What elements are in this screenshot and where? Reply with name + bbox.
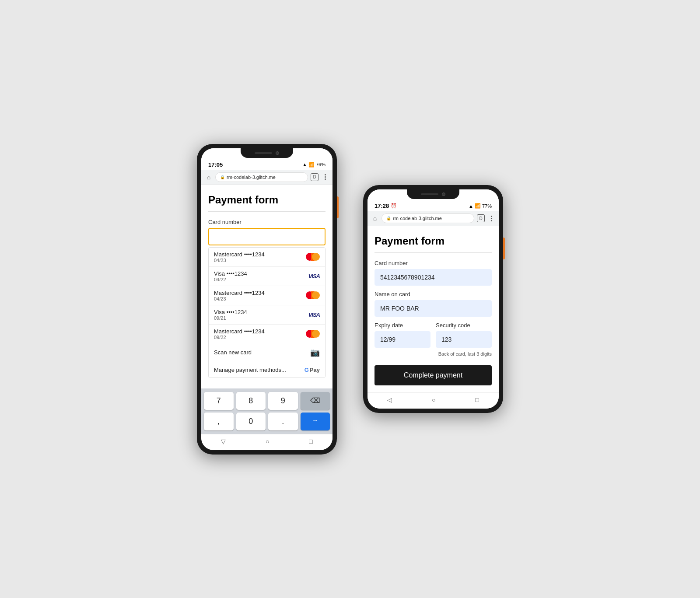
- signal-icon: ▲: [302, 162, 307, 167]
- wifi-icon: 📶: [308, 162, 315, 168]
- left-keyboard: 7 8 9 ⌫ , 0 . →: [201, 388, 332, 434]
- saved-card-item-4[interactable]: Mastercard ••••123409/22: [209, 325, 325, 343]
- right-nav-back-icon[interactable]: ◁: [387, 396, 392, 403]
- scan-label: Scan new card: [214, 349, 252, 356]
- key-8[interactable]: 8: [236, 392, 266, 410]
- left-browser-bar: ⌂ 🔒 rm-codelab-3.glitch.me D: [201, 170, 332, 185]
- expiry-security-row: Expiry date 12/99 Security code 123: [374, 322, 492, 350]
- camera-icon: 📷: [310, 348, 320, 357]
- left-status-bar: 17:05 ▲ 📶 76%: [201, 159, 332, 170]
- saved-card-item-2[interactable]: Mastercard ••••123404/23: [209, 286, 325, 305]
- left-page-content: Payment form Card number Mastercard ••••…: [201, 185, 332, 388]
- right-phone-wrapper: 17:28 ⏰ ▲ 📶 77% ⌂ 🔒 rm-codelab-3.glitch.…: [363, 185, 503, 413]
- complete-payment-button[interactable]: Complete payment: [374, 365, 492, 385]
- right-home-icon[interactable]: ⌂: [371, 214, 379, 222]
- expiry-field: Expiry date 12/99: [374, 322, 430, 350]
- right-browser-url[interactable]: 🔒 rm-codelab-3.glitch.me: [382, 213, 474, 223]
- right-battery-icon: 77%: [482, 203, 492, 209]
- right-nav-home-icon[interactable]: ○: [432, 396, 435, 403]
- right-url-text: rm-codelab-3.glitch.me: [393, 216, 442, 221]
- gpay-g: G: [304, 367, 309, 373]
- side-button: [337, 196, 339, 218]
- right-notch-camera: [442, 192, 445, 196]
- notch-speaker: [255, 152, 272, 154]
- gpay-logo: G Pay: [304, 367, 320, 373]
- security-label: Security code: [436, 322, 492, 329]
- left-phone: 17:05 ▲ 📶 76% ⌂ 🔒 rm-codelab-3.glitch.me…: [197, 144, 337, 455]
- home-icon[interactable]: ⌂: [205, 173, 213, 181]
- right-browser-menu-icon[interactable]: [487, 216, 495, 221]
- scan-new-card-item[interactable]: Scan new card 📷: [209, 343, 325, 362]
- right-status-left: 17:28 ⏰: [374, 203, 397, 209]
- right-wifi-icon: 📶: [475, 203, 481, 209]
- card-number-input[interactable]: [208, 228, 326, 245]
- right-nav-recents-icon[interactable]: □: [475, 396, 479, 403]
- right-tab-icon[interactable]: D: [477, 214, 485, 222]
- left-phone-inner: 17:05 ▲ 📶 76% ⌂ 🔒 rm-codelab-3.glitch.me…: [201, 148, 332, 450]
- alarm-icon: ⏰: [391, 203, 397, 209]
- key-dot[interactable]: .: [268, 413, 298, 430]
- right-notch: [407, 189, 459, 199]
- card-number-label: Card number: [208, 219, 326, 225]
- security-hint: Back of card, last 3 digits: [374, 351, 492, 357]
- key-delete[interactable]: ⌫: [301, 392, 330, 410]
- key-7[interactable]: 7: [204, 392, 234, 410]
- left-time: 17:05: [208, 161, 223, 168]
- saved-card-item-3[interactable]: Visa ••••123409/21VISA: [209, 305, 325, 325]
- left-page-title: Payment form: [208, 194, 326, 206]
- keyboard-row-1: 7 8 9 ⌫: [204, 392, 330, 410]
- right-phone: 17:28 ⏰ ▲ 📶 77% ⌂ 🔒 rm-codelab-3.glitch.…: [363, 185, 503, 413]
- manage-label: Manage payment methods...: [214, 367, 286, 373]
- nav-recents-icon[interactable]: □: [309, 438, 312, 445]
- right-time: 17:28: [374, 203, 389, 209]
- left-nav-bar: ▽ ○ □: [201, 434, 332, 450]
- key-comma[interactable]: ,: [204, 413, 234, 430]
- right-notch-speaker: [421, 193, 438, 195]
- right-side-button: [503, 238, 505, 259]
- right-page-title: Payment form: [374, 235, 492, 247]
- saved-card-item-1[interactable]: Visa ••••123404/22VISA: [209, 267, 325, 286]
- title-divider: [208, 211, 326, 212]
- key-9[interactable]: 9: [268, 392, 298, 410]
- right-lock-icon: 🔒: [386, 216, 391, 220]
- notch-camera: [276, 151, 279, 155]
- browser-menu-icon[interactable]: [321, 174, 329, 180]
- security-field: Security code 123: [436, 322, 492, 350]
- right-signal-icon: ▲: [469, 203, 473, 209]
- key-arrow[interactable]: →: [301, 413, 330, 430]
- right-card-number-value[interactable]: 5412345678901234: [374, 269, 492, 286]
- tab-icon[interactable]: D: [311, 173, 318, 181]
- left-phone-wrapper: 17:05 ▲ 📶 76% ⌂ 🔒 rm-codelab-3.glitch.me…: [197, 144, 337, 455]
- right-nav-bar: ◁ ○ □: [368, 392, 499, 409]
- key-0[interactable]: 0: [236, 413, 266, 430]
- right-status-bar: 17:28 ⏰ ▲ 📶 77%: [368, 200, 499, 211]
- keyboard-row-2: , 0 . →: [204, 413, 330, 430]
- expiry-label: Expiry date: [374, 322, 430, 329]
- nav-back-icon[interactable]: ▽: [221, 438, 226, 445]
- right-status-icons: ▲ 📶 77%: [469, 203, 492, 209]
- name-on-card-label: Name on card: [374, 291, 492, 297]
- url-text: rm-codelab-3.glitch.me: [227, 175, 276, 180]
- right-card-number-label: Card number: [374, 260, 492, 266]
- right-browser-bar: ⌂ 🔒 rm-codelab-3.glitch.me D: [368, 211, 499, 226]
- nav-home-icon[interactable]: ○: [266, 438, 269, 445]
- lock-icon: 🔒: [220, 175, 225, 179]
- right-page-content: Payment form Card number 541234567890123…: [368, 226, 499, 392]
- left-status-icons: ▲ 📶 76%: [302, 162, 326, 168]
- left-notch: [241, 148, 293, 158]
- battery-icon: 76%: [316, 162, 326, 167]
- autofill-dropdown: Mastercard ••••123404/23Visa ••••123404/…: [208, 247, 326, 378]
- right-title-divider: [374, 252, 492, 253]
- security-value[interactable]: 123: [436, 331, 492, 348]
- expiry-value[interactable]: 12/99: [374, 331, 430, 348]
- saved-card-item-0[interactable]: Mastercard ••••123404/23: [209, 248, 325, 267]
- gpay-pay-text: Pay: [310, 367, 320, 373]
- left-browser-url[interactable]: 🔒 rm-codelab-3.glitch.me: [215, 172, 308, 182]
- right-phone-inner: 17:28 ⏰ ▲ 📶 77% ⌂ 🔒 rm-codelab-3.glitch.…: [368, 189, 499, 409]
- name-on-card-value[interactable]: MR FOO BAR: [374, 300, 492, 317]
- manage-payment-item[interactable]: Manage payment methods... G Pay: [209, 362, 325, 378]
